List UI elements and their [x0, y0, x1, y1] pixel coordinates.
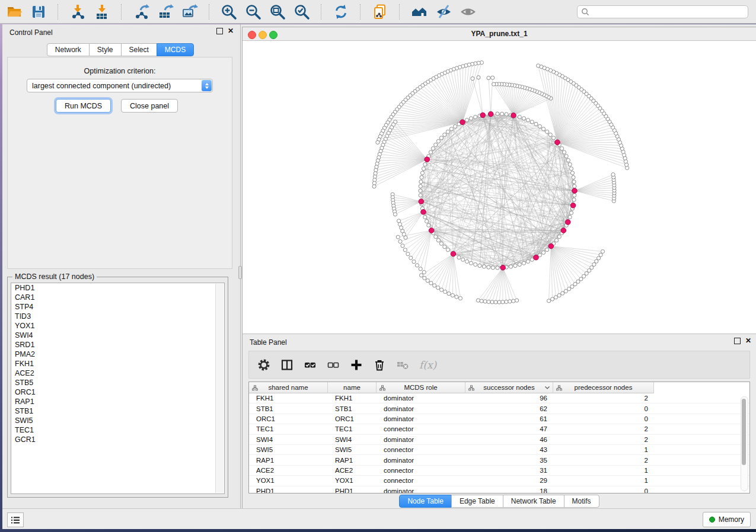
mcds-result-title: MCDS result (17 nodes)	[12, 273, 97, 281]
mcds-result-item[interactable]: YOX1	[11, 321, 224, 331]
close-panel-icon[interactable]: ✕	[228, 28, 234, 34]
tab-motifs[interactable]: Motifs	[564, 495, 599, 508]
mcds-result-item[interactable]: ORC1	[11, 387, 224, 397]
mcds-result-item[interactable]: TEC1	[11, 425, 224, 435]
zoom-out-icon[interactable]	[245, 4, 261, 20]
table-row[interactable]: SWI4SWI4dominator462	[249, 435, 749, 445]
mcds-result-item[interactable]: ACE2	[11, 368, 224, 378]
add-icon[interactable]	[350, 358, 363, 371]
mcds-result-item[interactable]: TID3	[11, 312, 224, 321]
tab-edge-table[interactable]: Edge Table	[451, 495, 503, 508]
search-input[interactable]	[592, 7, 744, 17]
select-all-icon[interactable]	[304, 358, 317, 371]
import-table-icon[interactable]	[94, 4, 110, 20]
control-panel-header: Control Panel ✕	[2, 24, 238, 39]
open-file-icon[interactable]	[6, 4, 23, 20]
close-table-panel-icon[interactable]: ✕	[745, 338, 751, 344]
mcds-result-item[interactable]: PHD1	[11, 283, 224, 293]
shared-column-icon	[468, 385, 474, 391]
mcds-result-group: MCDS result (17 nodes) PHD1CAR1STP4TID3Y…	[7, 277, 228, 498]
network-window-titlebar[interactable]: YPA_prune.txt_1	[243, 27, 756, 41]
table-scrollbar[interactable]	[741, 396, 748, 491]
search-icon	[581, 8, 589, 16]
mcds-result-item[interactable]: STB5	[11, 378, 224, 387]
settings-icon[interactable]	[257, 358, 270, 371]
tab-network[interactable]: Network	[47, 43, 90, 56]
run-mcds-button[interactable]: Run MCDS	[56, 99, 111, 113]
table-panel-tabs: Node TableEdge TableNetwork TableMotifs	[243, 495, 756, 508]
export-table-icon[interactable]	[157, 4, 174, 20]
zoom-in-icon[interactable]	[221, 4, 237, 20]
column-header-MCDS-role[interactable]: MCDS role	[377, 382, 465, 393]
mcds-result-item[interactable]: PMA2	[11, 350, 224, 359]
mcds-result-item[interactable]: FKH1	[11, 359, 224, 368]
shared-column-icon	[556, 385, 562, 391]
mcds-result-item[interactable]: CAR1	[11, 293, 224, 302]
mcds-result-item[interactable]: STB1	[11, 406, 224, 416]
refresh-icon[interactable]	[333, 4, 349, 20]
mcds-result-item[interactable]: STP4	[11, 302, 224, 312]
mcds-result-list[interactable]: PHD1CAR1STP4TID3YOX1SWI4SRD1PMA2FKH1ACE2…	[11, 283, 225, 494]
close-panel-button[interactable]: Close panel	[121, 99, 178, 113]
mcds-tab-content: Optimization criterion: largest connecte…	[7, 57, 232, 269]
memory-button[interactable]: Memory	[703, 512, 751, 527]
network-title: YPA_prune.txt_1	[243, 30, 756, 38]
control-panel: Control Panel ✕ NetworkStyleSelectMCDS O…	[2, 24, 238, 508]
table-row[interactable]: PHD1PHD1dominator180	[249, 486, 749, 493]
table-row[interactable]: STB1STB1dominator620	[249, 403, 749, 414]
hide-selected-icon[interactable]	[435, 4, 452, 20]
sort-chevron-icon	[545, 386, 550, 389]
mcds-result-item[interactable]: SRD1	[11, 340, 224, 350]
mcds-list-scrollbar[interactable]	[215, 284, 224, 493]
tab-mcds[interactable]: MCDS	[157, 43, 194, 56]
export-image-icon[interactable]	[181, 4, 198, 20]
tab-style[interactable]: Style	[89, 43, 122, 56]
table-row[interactable]: TEC1TEC1connector472	[249, 424, 749, 434]
zoom-selected-icon[interactable]	[294, 4, 310, 20]
float-panel-icon[interactable]	[216, 28, 223, 34]
show-all-icon[interactable]	[460, 4, 476, 20]
table-row[interactable]: ORC1ORC1dominator610	[249, 414, 749, 424]
table-row[interactable]: SWI5SWI5connector431	[249, 445, 749, 455]
export-network-icon[interactable]	[133, 4, 149, 20]
column-header-successor-nodes[interactable]: successor nodes	[465, 382, 553, 393]
criterion-dropdown[interactable]: largest connected component (undirected)	[27, 79, 213, 92]
toolbar-separator	[360, 4, 361, 20]
table-toolbar: f(x)	[248, 351, 750, 379]
function-builder-icon[interactable]: f(x)	[419, 358, 436, 371]
table-scrollbar-thumb[interactable]	[742, 399, 746, 465]
mcds-result-item[interactable]: RAP1	[11, 397, 224, 406]
network-canvas[interactable]	[243, 41, 756, 334]
task-list-icon	[11, 516, 20, 524]
search-box[interactable]	[577, 5, 748, 18]
column-header-name[interactable]: name	[328, 382, 377, 393]
clone-network-icon[interactable]	[372, 4, 388, 20]
float-table-panel-icon[interactable]	[734, 338, 741, 344]
tab-node-table[interactable]: Node Table	[399, 495, 452, 508]
shared-column-icon	[252, 385, 258, 391]
table-row[interactable]: RAP1RAP1dominator352	[249, 455, 749, 465]
node-table-header: shared namenameMCDS rolesuccessor nodesp…	[249, 382, 749, 393]
task-history-button[interactable]	[7, 512, 24, 527]
zoom-fit-icon[interactable]	[269, 4, 286, 20]
show-columns-icon[interactable]	[280, 358, 294, 371]
mcds-result-item[interactable]: SWI5	[11, 416, 224, 425]
table-row[interactable]: ACE2ACE2connector311	[249, 466, 749, 476]
node-table[interactable]: shared namenameMCDS rolesuccessor nodesp…	[248, 382, 750, 493]
import-network-icon[interactable]	[69, 4, 86, 20]
tab-select[interactable]: Select	[121, 43, 157, 56]
delete-table-icon[interactable]	[396, 358, 409, 371]
memory-label: Memory	[719, 515, 744, 524]
column-header-predecessor-nodes[interactable]: predecessor nodes	[553, 382, 654, 393]
save-icon[interactable]	[30, 4, 47, 20]
first-neighbors-icon[interactable]	[411, 4, 428, 20]
tab-network-table[interactable]: Network Table	[503, 495, 564, 508]
mcds-result-item[interactable]: GCR1	[11, 435, 224, 444]
mcds-result-item[interactable]: SWI4	[11, 331, 224, 340]
control-panel-tabs: NetworkStyleSelectMCDS	[2, 43, 238, 56]
column-header-shared-name[interactable]: shared name	[249, 382, 328, 393]
table-row[interactable]: YOX1YOX1connector291	[249, 476, 749, 486]
table-row[interactable]: FKH1FKH1dominator962	[249, 393, 749, 403]
unselect-all-icon[interactable]	[327, 358, 340, 371]
delete-icon[interactable]	[373, 358, 386, 371]
